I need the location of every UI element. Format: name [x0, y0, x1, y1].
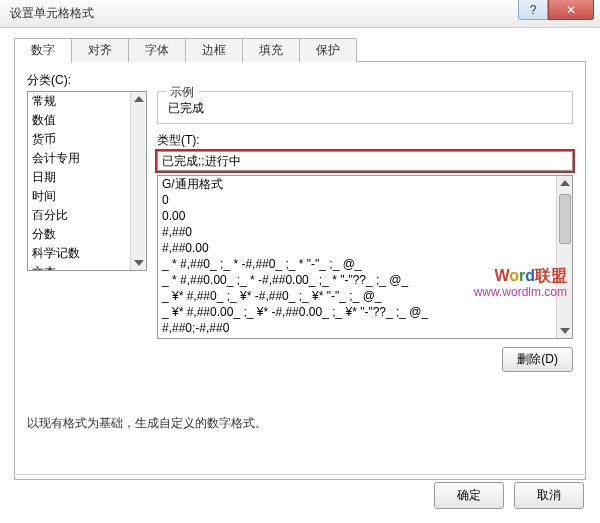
separator	[14, 474, 586, 475]
dialog-buttons: 确定 取消	[434, 482, 584, 509]
help-icon: ?	[530, 3, 537, 17]
help-button[interactable]: ?	[518, 0, 548, 20]
category-item[interactable]: 数值	[28, 111, 130, 130]
format-item[interactable]: _ * #,##0.00_ ;_ * -#,##0.00_ ;_ * "-"??…	[158, 272, 556, 288]
format-item[interactable]: _ * #,##0_ ;_ * -#,##0_ ;_ * "-"_ ;_ @_	[158, 256, 556, 272]
titlebar: 设置单元格格式 ? ✕	[0, 0, 600, 28]
format-item[interactable]: _ ¥* #,##0.00_ ;_ ¥* -#,##0.00_ ;_ ¥* "-…	[158, 304, 556, 320]
sample-value: 已完成	[166, 100, 564, 117]
format-list[interactable]: G/通用格式00.00#,##0#,##0.00_ * #,##0_ ;_ * …	[157, 175, 573, 339]
category-list[interactable]: 常规数值货币会计专用日期时间百分比分数科学记数文本特殊自定义	[27, 91, 147, 271]
delete-row: 删除(D)	[157, 347, 573, 372]
format-item[interactable]: #,##0.00	[158, 240, 556, 256]
category-item[interactable]: 会计专用	[28, 149, 130, 168]
category-item[interactable]: 文本	[28, 263, 130, 271]
dialog-body: 数字对齐字体边框填充保护 分类(C): 常规数值货币会计专用日期时间百分比分数科…	[0, 28, 600, 490]
category-item[interactable]: 科学记数	[28, 244, 130, 263]
tab-填充[interactable]: 填充	[242, 38, 300, 62]
close-button[interactable]: ✕	[548, 0, 594, 20]
tab-对齐[interactable]: 对齐	[71, 38, 129, 62]
tab-边框[interactable]: 边框	[185, 38, 243, 62]
format-item[interactable]: 0	[158, 192, 556, 208]
layout: 常规数值货币会计专用日期时间百分比分数科学记数文本特殊自定义 示例 已完成 类型…	[27, 91, 573, 401]
type-input[interactable]	[157, 151, 573, 171]
window-buttons: ? ✕	[518, 0, 594, 20]
right-column: 示例 已完成 类型(T): G/通用格式00.00#,##0#,##0.00_ …	[157, 91, 573, 401]
category-item[interactable]: 常规	[28, 92, 130, 111]
scrollbar-thumb[interactable]	[559, 194, 571, 244]
format-item[interactable]: #,##0;-#,##0	[158, 320, 556, 336]
tab-数字[interactable]: 数字	[14, 38, 72, 63]
cancel-button[interactable]: 取消	[514, 482, 584, 509]
tab-panel-number: 分类(C): 常规数值货币会计专用日期时间百分比分数科学记数文本特殊自定义 示例…	[14, 62, 586, 480]
format-item[interactable]: 0.00	[158, 208, 556, 224]
close-icon: ✕	[566, 3, 576, 17]
hint-text: 以现有格式为基础，生成自定义的数字格式。	[27, 415, 573, 432]
format-item[interactable]: #,##0;[红色]-#,##0	[158, 336, 556, 339]
delete-button[interactable]: 删除(D)	[502, 347, 573, 372]
format-item[interactable]: _ ¥* #,##0_ ;_ ¥* -#,##0_ ;_ ¥* "-"_ ;_ …	[158, 288, 556, 304]
window-title: 设置单元格格式	[10, 5, 94, 22]
category-item[interactable]: 时间	[28, 187, 130, 206]
category-item[interactable]: 货币	[28, 130, 130, 149]
tabstrip: 数字对齐字体边框填充保护	[14, 38, 586, 62]
category-item[interactable]: 日期	[28, 168, 130, 187]
tab-保护[interactable]: 保护	[299, 38, 357, 62]
sample-fieldset: 示例 已完成	[157, 91, 573, 124]
type-label: 类型(T):	[157, 132, 573, 149]
format-item[interactable]: #,##0	[158, 224, 556, 240]
category-label: 分类(C):	[27, 72, 573, 89]
tab-字体[interactable]: 字体	[128, 38, 186, 62]
category-item[interactable]: 分数	[28, 225, 130, 244]
format-item[interactable]: G/通用格式	[158, 176, 556, 192]
ok-button[interactable]: 确定	[434, 482, 504, 509]
scrollbar[interactable]	[130, 92, 146, 270]
scrollbar[interactable]	[556, 176, 572, 338]
category-item[interactable]: 百分比	[28, 206, 130, 225]
sample-legend: 示例	[166, 84, 198, 101]
